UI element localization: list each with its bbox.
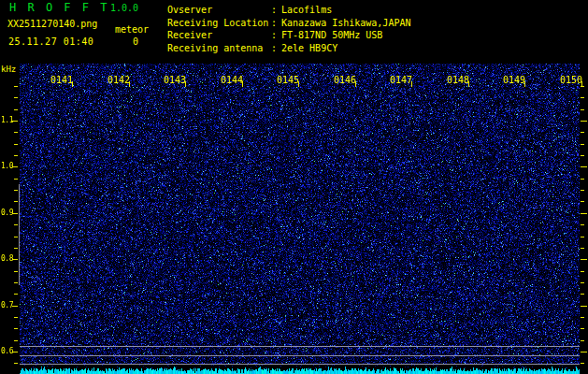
freq-tick-label: 1.1 [0, 116, 13, 124]
freq-minor-tick-right [581, 201, 584, 202]
freq-major-tick-right [581, 213, 587, 214]
echo-count: 0 [133, 36, 138, 47]
station-separator: : [270, 4, 278, 17]
station-value: Kanazawa Ishikawa,JAPAN [278, 17, 410, 30]
freq-minor-tick-left [14, 317, 18, 318]
freq-minor-tick-left [14, 328, 18, 329]
detection-band-marker [19, 184, 20, 285]
time-tick-label: 0148 [445, 75, 469, 85]
app-title: H R O F F T [9, 1, 109, 14]
freq-minor-tick-right [581, 144, 584, 145]
freq-minor-tick-left [14, 144, 18, 145]
station-row-antenna: Receiving antenna:2ele HB9CY [167, 42, 410, 55]
observation-mode: meteor [115, 24, 149, 35]
station-separator: : [270, 29, 278, 42]
baseline-grid-line [20, 355, 580, 356]
freq-minor-tick-right [581, 340, 584, 341]
freq-minor-tick-right [581, 132, 584, 133]
freq-major-tick-right [581, 352, 587, 352]
freq-unit-label: kHz [1, 65, 16, 74]
station-label: Ovserver [167, 4, 270, 17]
station-row-receiver: Receiver:FT-817ND 50MHz USB [167, 29, 410, 42]
freq-minor-tick-left [14, 237, 18, 237]
freq-tick-label: 0.9 [0, 209, 13, 217]
freq-major-tick-right [581, 166, 587, 167]
freq-minor-tick-left [14, 97, 18, 98]
freq-tick-label: 0.6 [0, 347, 13, 355]
freq-minor-tick-right [581, 237, 584, 237]
freq-minor-tick-left [14, 294, 18, 295]
freq-minor-tick-right [581, 179, 584, 180]
freq-minor-tick-right [581, 190, 584, 191]
time-tick-label: 0141 [49, 75, 73, 85]
freq-minor-tick-right [581, 282, 584, 283]
station-info: Ovserver:Lacofilms Receiving Location:Ka… [167, 4, 410, 55]
station-row-location: Receiving Location:Kanazawa Ishikawa,JAP… [167, 17, 410, 30]
freq-minor-tick-left [14, 340, 18, 341]
freq-minor-tick-left [14, 155, 18, 156]
station-value: FT-817ND 50MHz USB [278, 29, 410, 42]
freq-minor-tick-right [581, 328, 584, 329]
freq-minor-tick-left [14, 248, 18, 249]
output-filename: XX2511270140.png [7, 19, 97, 29]
time-tick-label: 0149 [501, 75, 525, 85]
freq-major-tick-right [581, 306, 587, 307]
freq-minor-tick-left [14, 224, 18, 225]
freq-minor-tick-left [14, 179, 18, 180]
baseline-grid-line [20, 346, 580, 347]
freq-minor-tick-left [14, 201, 18, 202]
freq-minor-tick-right [581, 97, 584, 98]
freq-minor-tick-right [581, 317, 584, 318]
freq-minor-tick-left [14, 109, 18, 110]
hrofft-window: H R O F F T 1.0.0 XX2511270140.png meteo… [0, 0, 588, 374]
spectrogram-canvas [20, 64, 580, 365]
freq-tick-label: 0.8 [0, 254, 13, 263]
freq-minor-tick-left [14, 271, 18, 272]
time-tick-label: 0142 [106, 75, 130, 85]
time-tick-label: 0146 [332, 75, 356, 85]
freq-minor-tick-right [581, 155, 584, 156]
freq-minor-tick-right [581, 224, 584, 225]
signal-level-strip [20, 365, 580, 374]
time-tick-label: 0150 [558, 75, 582, 85]
timestamp: 25.11.27 01:40 [8, 36, 93, 47]
freq-tick-label: 1.0 [0, 162, 13, 170]
freq-minor-tick-right [581, 363, 584, 364]
station-label: Receiving Location [167, 17, 270, 30]
freq-minor-tick-left [14, 132, 18, 133]
station-row-observer: Ovserver:Lacofilms [167, 4, 410, 17]
time-tick-label: 0147 [388, 75, 412, 85]
station-separator: : [270, 17, 278, 30]
freq-minor-tick-left [14, 282, 18, 283]
station-label: Receiving antenna [167, 42, 270, 55]
freq-minor-tick-right [581, 109, 584, 110]
station-separator: : [270, 42, 278, 55]
time-tick-label: 0145 [275, 75, 299, 85]
freq-minor-tick-right [581, 294, 584, 295]
baseline-grid-line [20, 364, 580, 365]
time-tick-label: 0144 [219, 75, 243, 85]
freq-minor-tick-left [14, 86, 18, 87]
freq-minor-tick-right [581, 248, 584, 249]
station-label: Receiver [167, 29, 270, 42]
freq-major-tick-right [581, 121, 587, 122]
freq-tick-label: 0.7 [0, 301, 13, 309]
freq-minor-tick-left [14, 190, 18, 191]
time-tick-label: 0143 [162, 75, 186, 85]
station-value: 2ele HB9CY [278, 42, 410, 55]
freq-minor-tick-right [581, 271, 584, 272]
freq-minor-tick-left [14, 363, 18, 364]
app-version: 1.0.0 [110, 3, 138, 13]
station-value: Lacofilms [278, 4, 410, 17]
freq-major-tick-right [581, 259, 587, 260]
